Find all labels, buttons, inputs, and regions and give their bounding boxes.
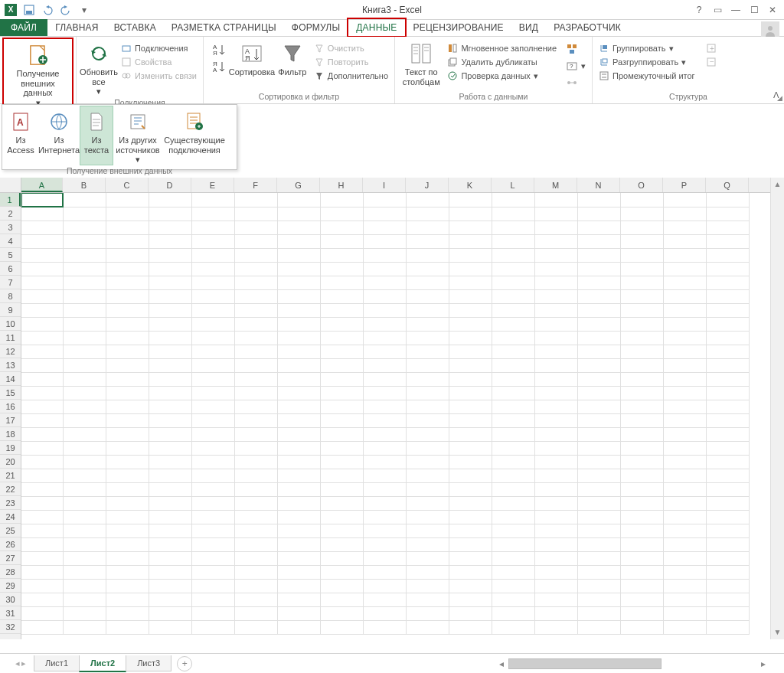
sort-button[interactable]: AЯ Сортировка [230, 38, 274, 77]
help-icon[interactable]: ? [691, 2, 707, 18]
from-other-sources-button[interactable]: Из других источников ▾ [113, 106, 163, 165]
ungroup-button[interactable]: Разгруппировать ▾ [596, 55, 698, 69]
row-header[interactable]: 3 [0, 221, 21, 234]
column-header[interactable]: L [492, 178, 534, 192]
cells-area[interactable] [21, 193, 770, 639]
undo-icon[interactable] [40, 2, 55, 18]
row-header[interactable]: 16 [0, 400, 21, 413]
minimize-icon[interactable]: — [727, 2, 744, 18]
row-header[interactable]: 30 [0, 593, 21, 606]
active-cell[interactable] [21, 193, 63, 207]
column-header[interactable]: P [663, 178, 706, 192]
column-header[interactable]: J [406, 178, 449, 192]
advanced-filter-button[interactable]: Дополнительно [311, 69, 391, 83]
from-text-button[interactable]: Из текста [80, 106, 113, 165]
row-header[interactable]: 12 [0, 345, 21, 358]
row-header[interactable]: 10 [0, 317, 21, 331]
select-all-corner[interactable] [0, 178, 21, 193]
from-access-button[interactable]: A Из Access [4, 106, 38, 165]
scroll-up-icon[interactable]: ▲ [771, 178, 784, 191]
row-header[interactable]: 26 [0, 537, 21, 551]
row-header[interactable]: 25 [0, 524, 21, 537]
row-header[interactable]: 8 [0, 289, 21, 303]
filter-button[interactable]: Фильтр [274, 38, 311, 77]
scroll-left-icon[interactable]: ◂ [495, 657, 508, 671]
column-header[interactable]: Q [706, 178, 749, 192]
column-header[interactable]: F [234, 178, 277, 192]
tab-file[interactable]: ФАЙЛ [0, 19, 47, 36]
tab-home[interactable]: ГЛАВНАЯ [47, 19, 106, 36]
row-header[interactable]: 17 [0, 413, 21, 427]
row-header[interactable]: 7 [0, 276, 21, 289]
sheet-tab-1[interactable]: Лист1 [34, 655, 80, 671]
row-header[interactable]: 18 [0, 427, 21, 441]
row-header[interactable]: 29 [0, 579, 21, 593]
qat-customize-icon[interactable]: ▾ [77, 2, 92, 18]
remove-duplicates-button[interactable]: Удалить дубликаты [444, 55, 560, 69]
from-web-button[interactable]: Из Интернета [38, 106, 80, 165]
tab-data[interactable]: ДАННЫЕ [348, 18, 405, 37]
hscroll-thumb[interactable] [508, 658, 662, 669]
column-header[interactable]: A [21, 178, 63, 192]
tab-insert[interactable]: ВСТАВКА [106, 19, 164, 36]
collapse-ribbon-icon[interactable]: ᐱ [773, 90, 779, 100]
column-header[interactable]: M [534, 178, 577, 192]
scroll-right-icon[interactable]: ▸ [756, 657, 770, 671]
redo-icon[interactable] [58, 2, 74, 18]
group-button[interactable]: Группировать ▾ [596, 41, 698, 55]
tab-view[interactable]: ВИД [511, 19, 546, 36]
flash-fill-button[interactable]: Мгновенное заполнение [444, 41, 560, 55]
column-header[interactable]: D [149, 178, 191, 192]
row-header[interactable]: 32 [0, 620, 21, 634]
vertical-scrollbar[interactable]: ▲ ▼ [770, 178, 784, 639]
save-icon[interactable] [21, 2, 37, 18]
row-header[interactable]: 28 [0, 565, 21, 579]
new-sheet-button[interactable]: + [177, 656, 192, 671]
tab-page-layout[interactable]: РАЗМЕТКА СТРАНИЦЫ [164, 19, 284, 36]
column-header[interactable]: H [320, 178, 363, 192]
tab-developer[interactable]: РАЗРАБОТЧИК [546, 19, 629, 36]
sheet-nav-prev-icon[interactable]: ◂ [15, 658, 20, 668]
data-validation-button[interactable]: Проверка данных ▾ [444, 69, 560, 83]
row-header[interactable]: 22 [0, 482, 21, 496]
row-header[interactable]: 11 [0, 331, 21, 345]
refresh-all-button[interactable]: Обновить все ▾ [80, 38, 118, 96]
column-header[interactable]: B [63, 178, 106, 192]
ribbon-display-icon[interactable]: ▭ [709, 2, 726, 18]
column-header[interactable]: I [363, 178, 406, 192]
sort-desc-button[interactable]: ЯA [210, 58, 228, 75]
row-header[interactable]: 23 [0, 496, 21, 510]
maximize-icon[interactable]: ☐ [746, 2, 763, 18]
existing-connections-button[interactable]: Существующие подключения [163, 106, 226, 165]
row-header[interactable]: 13 [0, 358, 21, 372]
row-header[interactable]: 9 [0, 303, 21, 317]
row-header[interactable]: 27 [0, 551, 21, 565]
row-header[interactable]: 19 [0, 441, 21, 455]
row-header[interactable]: 6 [0, 262, 21, 276]
get-external-data-button[interactable]: Получение внешних данных ▾ [3, 38, 73, 108]
row-header[interactable]: 4 [0, 234, 21, 248]
column-header[interactable]: K [449, 178, 492, 192]
tab-formulas[interactable]: ФОРМУЛЫ [284, 19, 348, 36]
text-to-columns-button[interactable]: Текст по столбцам [398, 38, 444, 87]
row-header[interactable]: 2 [0, 207, 21, 221]
consolidate-button[interactable] [564, 41, 587, 57]
column-header[interactable]: E [191, 178, 234, 192]
close-icon[interactable]: ✕ [764, 2, 781, 18]
column-header[interactable]: N [577, 178, 620, 192]
row-header[interactable]: 1 [0, 193, 21, 207]
what-if-button[interactable]: ? ▾ [564, 58, 587, 74]
column-header[interactable]: G [277, 178, 320, 192]
scroll-down-icon[interactable]: ▼ [771, 626, 784, 639]
row-header[interactable]: 31 [0, 606, 21, 620]
sort-asc-button[interactable]: AЯ [210, 41, 228, 58]
sheet-tab-2[interactable]: Лист2 [79, 655, 126, 672]
connections-button[interactable]: Подключения [118, 41, 200, 55]
row-header[interactable]: 21 [0, 469, 21, 482]
tab-review[interactable]: РЕЦЕНЗИРОВАНИЕ [406, 19, 511, 36]
column-header[interactable]: C [106, 178, 149, 192]
horizontal-scrollbar[interactable]: ◂ ▸ [495, 657, 770, 671]
row-header[interactable]: 20 [0, 455, 21, 469]
sheet-nav-next-icon[interactable]: ▸ [21, 658, 26, 668]
subtotal-button[interactable]: Промежуточный итог [596, 69, 698, 83]
